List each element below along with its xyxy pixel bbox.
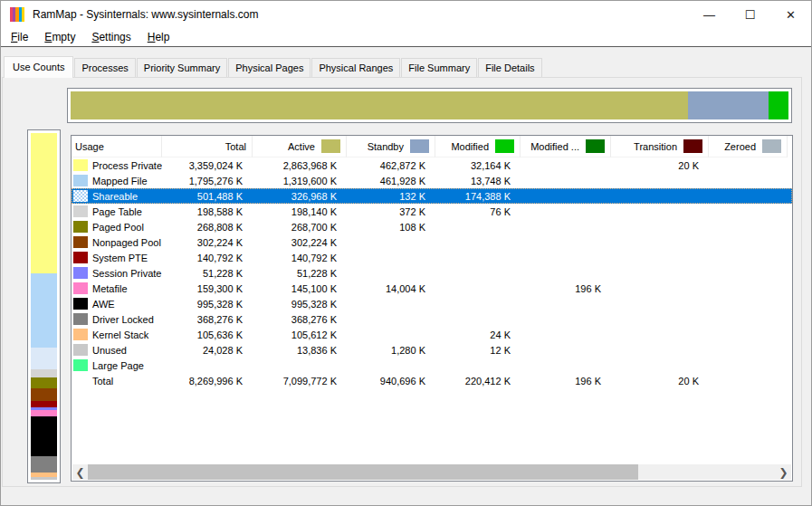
- active-cell: 995,328 K: [253, 299, 347, 310]
- scroll-left-arrow-icon[interactable]: ❮: [72, 464, 88, 480]
- usage-cell: Page Table: [72, 205, 162, 217]
- menu-bar: FileEmptySettingsHelp: [1, 28, 811, 47]
- modified-cell: 220,412 K: [435, 376, 521, 387]
- usage-label: Page Table: [92, 206, 142, 217]
- total-cell: 368,276 K: [162, 314, 253, 325]
- tab-priority-summary[interactable]: Priority Summary: [137, 58, 227, 77]
- horizontal-scrollbar[interactable]: ❮ ❯: [72, 464, 791, 480]
- close-button[interactable]: ✕: [770, 1, 811, 28]
- column-header-label: Modified ...: [530, 141, 579, 152]
- tab-physical-pages[interactable]: Physical Pages: [228, 58, 310, 77]
- breakdown-segment-paged-pool: [31, 377, 57, 388]
- memory-summary-bar: [71, 91, 788, 119]
- modified_no_write-cell: 196 K: [521, 376, 611, 387]
- menu-item-settings[interactable]: Settings: [83, 29, 139, 45]
- table-row-process-private[interactable]: Process Private3,359,024 K2,863,968 K462…: [72, 158, 792, 173]
- total-cell: 159,300 K: [162, 283, 253, 294]
- standby-cell: 108 K: [347, 222, 435, 233]
- usage-color-swatch: [73, 313, 88, 325]
- breakdown-segment-nonpaged-pool: [31, 388, 57, 401]
- tab-file-summary[interactable]: File Summary: [401, 58, 477, 77]
- table-row-total[interactable]: Total8,269,996 K7,099,772 K940,696 K220,…: [72, 373, 792, 388]
- usage-label: Shareable: [92, 191, 138, 202]
- title-bar[interactable]: RamMap - Sysinternals: www.sysinternals.…: [1, 1, 811, 28]
- table-row-session-private[interactable]: Session Private51,228 K51,228 K: [72, 265, 792, 281]
- total-cell: 51,228 K: [162, 268, 253, 279]
- tab-processes[interactable]: Processes: [74, 58, 135, 77]
- table-row-page-table[interactable]: Page Table198,588 K198,140 K372 K76 K: [72, 204, 792, 219]
- total-cell: 105,636 K: [162, 329, 253, 340]
- usage-cell: Nonpaged Pool: [72, 236, 162, 248]
- scrollbar-track[interactable]: [88, 464, 776, 480]
- usage-cell: Kernel Stack: [72, 329, 162, 340]
- usage-label: Paged Pool: [92, 222, 144, 233]
- column-header-usage[interactable]: Usage: [72, 136, 162, 158]
- table-row-unused[interactable]: Unused24,028 K13,836 K1,280 K12 K: [72, 342, 792, 358]
- usage-label: Large Page: [92, 360, 144, 371]
- column-header-label: Active: [288, 141, 315, 152]
- usage-cell: Metafile: [72, 282, 162, 294]
- active-cell: 13,836 K: [253, 345, 347, 356]
- tab-file-details[interactable]: File Details: [478, 58, 541, 77]
- table-row-large-page[interactable]: Large Page: [72, 358, 792, 373]
- usage-cell: System PTE: [72, 252, 162, 263]
- table-row-driver-locked[interactable]: Driver Locked368,276 K368,276 K: [72, 311, 792, 327]
- menu-item-help[interactable]: Help: [139, 29, 178, 45]
- summary-segment-standby: [688, 91, 769, 119]
- modified-cell: 76 K: [435, 206, 521, 217]
- summary-segment-active: [71, 91, 688, 119]
- usage-cell: Mapped File: [72, 175, 162, 186]
- minimize-button[interactable]: —: [689, 1, 730, 28]
- active-cell: 326,968 K: [253, 191, 347, 202]
- column-header-transition[interactable]: Transition: [611, 136, 709, 158]
- table-row-kernel-stack[interactable]: Kernel Stack105,636 K105,612 K24 K: [72, 327, 792, 342]
- use-counts-tab-page: UsageTotalActiveStandbyModifiedModified …: [2, 77, 802, 487]
- table-row-system-pte[interactable]: System PTE140,792 K140,792 K: [72, 250, 792, 265]
- column-header-modified_no_write[interactable]: Modified ...: [521, 136, 611, 158]
- tab-use-counts[interactable]: Use Counts: [4, 56, 73, 78]
- usage-cell: Process Private: [72, 159, 162, 171]
- active-cell: 302,224 K: [253, 237, 347, 248]
- column-header-modified[interactable]: Modified: [435, 136, 521, 158]
- column-header-zeroed[interactable]: Zeroed: [709, 136, 788, 158]
- breakdown-segment-page-table: [31, 369, 57, 377]
- column-header-label: Standby: [368, 141, 404, 152]
- scroll-right-arrow-icon[interactable]: ❯: [776, 464, 791, 480]
- table-row-awe[interactable]: AWE995,328 K995,328 K: [72, 296, 792, 311]
- usage-color-swatch: [73, 175, 88, 186]
- table-row-nonpaged-pool[interactable]: Nonpaged Pool302,224 K302,224 K: [72, 234, 792, 250]
- column-header-active[interactable]: Active: [253, 136, 347, 158]
- usage-cell: Paged Pool: [72, 221, 162, 233]
- active-cell: 145,100 K: [253, 283, 347, 294]
- modified_no_write-cell: 196 K: [521, 283, 611, 294]
- table-row-paged-pool[interactable]: Paged Pool268,808 K268,700 K108 K: [72, 219, 792, 234]
- usage-cell: Shareable: [72, 190, 162, 202]
- active-cell: 1,319,600 K: [253, 176, 347, 186]
- menu-item-file[interactable]: File: [3, 29, 36, 45]
- modified-cell: 24 K: [435, 329, 521, 340]
- total-cell: 268,808 K: [162, 222, 253, 233]
- standby-cell: 1,280 K: [347, 345, 435, 356]
- column-header-label: Transition: [634, 141, 677, 152]
- table-row-shareable[interactable]: Shareable501,488 K326,968 K132 K174,388 …: [72, 188, 792, 204]
- transition-color-swatch: [683, 139, 702, 153]
- column-header-total[interactable]: Total: [162, 136, 253, 158]
- table-row-mapped-file[interactable]: Mapped File1,795,276 K1,319,600 K461,928…: [72, 173, 792, 188]
- column-header-label: Usage: [75, 141, 104, 152]
- column-header-standby[interactable]: Standby: [347, 136, 435, 158]
- maximize-button[interactable]: ☐: [730, 1, 770, 28]
- usage-color-swatch: [73, 282, 88, 294]
- menu-item-empty[interactable]: Empty: [36, 29, 83, 45]
- transition-cell: 20 K: [611, 376, 709, 387]
- table-row-metafile[interactable]: Metafile159,300 K145,100 K14,004 K196 K: [72, 281, 792, 296]
- scrollbar-thumb[interactable]: [88, 464, 638, 480]
- tab-physical-ranges[interactable]: Physical Ranges: [311, 58, 400, 77]
- usage-label: Nonpaged Pool: [92, 237, 161, 248]
- breakdown-segment-driver-locked: [31, 456, 57, 473]
- use-counts-table: UsageTotalActiveStandbyModifiedModified …: [71, 135, 793, 482]
- active-cell: 368,276 K: [253, 314, 347, 325]
- usage-color-swatch: [73, 359, 88, 371]
- modified-cell: 32,164 K: [435, 160, 521, 171]
- usage-cell: Session Private: [72, 267, 162, 279]
- active-cell: 7,099,772 K: [253, 376, 347, 387]
